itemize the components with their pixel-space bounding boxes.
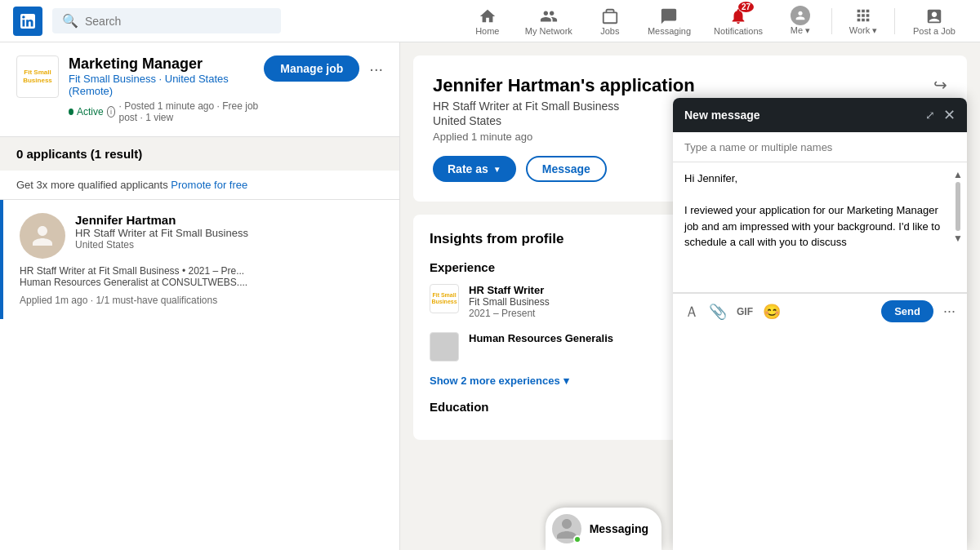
notifications-icon: 27: [729, 7, 747, 26]
applicant-role: HR Staff Writer at Fit Small Business: [75, 227, 248, 239]
job-meta: Active i · Posted 1 minute ago · Free jo…: [69, 100, 264, 123]
nav-post-job[interactable]: Post a Job: [902, 3, 967, 39]
main-content: Fit SmallBusiness Marketing Manager Fit …: [0, 42, 980, 550]
exp-details-1: Human Resources Generalis: [469, 332, 613, 344]
message-body[interactable]: Hi Jennifer, I reviewed your application…: [673, 162, 967, 293]
rate-as-button[interactable]: Rate as ▼: [433, 156, 516, 182]
online-indicator: [573, 535, 581, 543]
message-text: Hi Jennifer, I reviewed your application…: [684, 171, 947, 251]
message-button[interactable]: Message: [526, 156, 607, 182]
notifications-badge: 27: [738, 2, 754, 12]
applicant-card[interactable]: Jennifer Hartman HR Staff Writer at Fit …: [0, 200, 399, 319]
message-more-options-button[interactable]: ···: [943, 303, 956, 320]
nav-jobs[interactable]: Jobs: [586, 3, 635, 39]
main-nav: Home My Network Jobs Messaging 27 No: [463, 2, 967, 39]
nav-notifications-label: Notifications: [714, 26, 763, 36]
job-header: Fit SmallBusiness Marketing Manager Fit …: [0, 42, 399, 137]
applicant-avatar: [20, 213, 65, 259]
nav-network-label: My Network: [525, 26, 572, 36]
close-message-button[interactable]: ✕: [943, 106, 956, 124]
active-indicator: [69, 109, 74, 115]
job-company: Fit Small Business · United States (Remo…: [69, 73, 264, 97]
job-more-options-button[interactable]: ···: [369, 60, 383, 78]
nav-me[interactable]: Me ▾: [776, 2, 825, 39]
company-logo: Fit SmallBusiness: [16, 55, 59, 98]
exp-company-0: Fit Small Business: [469, 296, 550, 308]
messaging-float-label: Messaging: [590, 522, 648, 535]
nav-post-job-label: Post a Job: [913, 26, 956, 36]
send-button[interactable]: Send: [881, 300, 933, 322]
job-info: Marketing Manager Fit Small Business · U…: [69, 55, 264, 123]
message-title: New message: [684, 109, 760, 122]
search-container: 🔍: [52, 8, 281, 33]
me-avatar-icon: [791, 6, 810, 25]
scroll-up-button[interactable]: ▲: [952, 169, 964, 180]
nav-jobs-label: Jobs: [600, 26, 619, 36]
new-message-panel: New message ⤢ ✕ Hi Jennifer, I reviewed …: [673, 98, 967, 550]
experience-line-1: HR Staff Writer at Fit Small Business • …: [20, 265, 383, 277]
right-panel: ↪ Jennifer Hartman's application HR Staf…: [400, 42, 980, 550]
message-to-input[interactable]: [684, 141, 956, 153]
messaging-float-avatar: [552, 514, 581, 543]
applicants-count: 0 applicants (1 result): [16, 147, 383, 161]
nav-work[interactable]: Work ▾: [839, 2, 888, 39]
attach-file-icon[interactable]: 📎: [709, 303, 727, 321]
promote-link[interactable]: Promote for free: [171, 179, 247, 191]
nav-messaging[interactable]: Messaging: [638, 3, 701, 39]
top-navigation: 🔍 Home My Network Jobs Messaging: [0, 0, 980, 42]
messaging-float[interactable]: Messaging: [546, 508, 662, 550]
applicant-top: Jennifer Hartman HR Staff Writer at Fit …: [20, 213, 383, 259]
message-header-actions: ⤢ ✕: [925, 106, 956, 124]
nav-notifications[interactable]: 27 Notifications: [704, 3, 773, 39]
search-icon: 🔍: [62, 13, 78, 29]
job-status: Active: [77, 106, 104, 118]
linkedin-logo[interactable]: [13, 7, 42, 36]
promote-bar: Get 3x more qualified applicants Promote…: [0, 171, 399, 200]
nav-home-label: Home: [475, 26, 499, 36]
reply-button[interactable]: ↪: [933, 75, 947, 95]
applicants-header: 0 applicants (1 result): [0, 137, 399, 171]
nav-me-label: Me ▾: [791, 25, 810, 36]
search-input[interactable]: [85, 15, 271, 28]
promote-text: Get 3x more qualified applicants: [16, 179, 168, 191]
message-header: New message ⤢ ✕: [673, 98, 967, 132]
exp-dates-0: 2021 – Present: [469, 308, 550, 319]
expand-message-button[interactable]: ⤢: [925, 109, 935, 122]
jobs-icon: [601, 7, 619, 26]
applicant-details: Jennifer Hartman HR Staff Writer at Fit …: [75, 213, 248, 259]
job-meta-text: · Posted 1 minute ago · Free job post · …: [118, 100, 264, 123]
applicant-location: United States: [75, 239, 248, 251]
nav-divider-2: [894, 8, 895, 34]
nav-divider: [831, 8, 832, 34]
exp-logo-0: Fit SmallBusiness: [430, 284, 459, 313]
gif-icon[interactable]: GIF: [737, 306, 753, 317]
exp-title-0: HR Staff Writer: [469, 284, 550, 296]
chevron-down-icon: ▾: [564, 375, 569, 387]
nav-home[interactable]: Home: [463, 3, 512, 39]
job-actions: Manage job ···: [264, 55, 383, 82]
applied-time: Applied 1m ago · 1/1 must-have qualifica…: [20, 295, 217, 306]
manage-job-button[interactable]: Manage job: [264, 55, 359, 82]
status-info-icon[interactable]: i: [107, 106, 116, 118]
rate-dropdown-arrow: ▼: [493, 165, 501, 174]
post-job-icon: [925, 7, 943, 26]
exp-title-1: Human Resources Generalis: [469, 332, 613, 344]
applicant-name: Jennifer Hartman: [75, 213, 248, 227]
applicant-experience: HR Staff Writer at Fit Small Business • …: [20, 265, 383, 288]
home-icon: [479, 7, 497, 26]
nav-messaging-label: Messaging: [648, 26, 691, 36]
applicant-footer: Applied 1m ago · 1/1 must-have qualifica…: [20, 295, 383, 306]
scroll-down-button[interactable]: ▼: [952, 233, 964, 244]
emoji-icon[interactable]: 😊: [763, 303, 781, 321]
nav-work-label: Work ▾: [849, 25, 878, 36]
nav-network[interactable]: My Network: [515, 3, 582, 39]
message-footer: Ａ 📎 GIF 😊 Send ···: [673, 293, 967, 329]
network-icon: [540, 7, 558, 26]
message-to-field: [673, 132, 967, 162]
exp-details-0: HR Staff Writer Fit Small Business 2021 …: [469, 284, 550, 319]
exp-logo-1: [430, 332, 459, 361]
messaging-icon: [660, 7, 678, 26]
job-title: Marketing Manager: [69, 55, 264, 73]
experience-line-2: Human Resources Generalist at CONSULTWEB…: [20, 277, 383, 288]
format-text-icon[interactable]: Ａ: [684, 302, 699, 322]
